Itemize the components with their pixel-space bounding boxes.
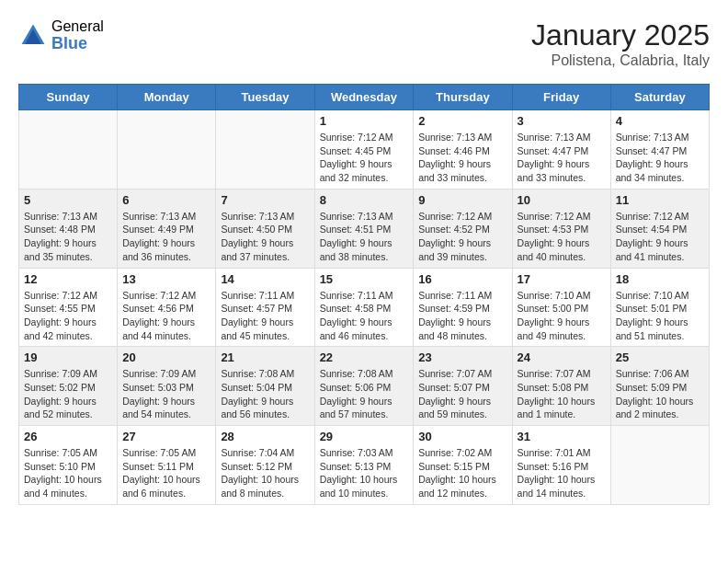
day-info: Sunrise: 7:10 AM Sunset: 5:00 PM Dayligh… — [518, 289, 606, 343]
weekday-header-sunday: Sunday — [19, 85, 118, 110]
month-year: January 2025 — [531, 18, 710, 52]
day-info: Sunrise: 7:13 AM Sunset: 4:47 PM Dayligh… — [518, 131, 606, 185]
day-cell: 8Sunrise: 7:13 AM Sunset: 4:51 PM Daylig… — [314, 189, 414, 268]
day-number: 22 — [320, 350, 409, 364]
logo-general: General — [51, 18, 104, 35]
day-info: Sunrise: 7:12 AM Sunset: 4:52 PM Dayligh… — [418, 210, 506, 264]
day-info: Sunrise: 7:13 AM Sunset: 4:47 PM Dayligh… — [616, 131, 704, 185]
day-info: Sunrise: 7:06 AM Sunset: 5:09 PM Dayligh… — [616, 367, 704, 421]
day-info: Sunrise: 7:01 AM Sunset: 5:16 PM Dayligh… — [518, 446, 606, 500]
day-cell: 1Sunrise: 7:12 AM Sunset: 4:45 PM Daylig… — [314, 110, 414, 190]
week-row-5: 26Sunrise: 7:05 AM Sunset: 5:10 PM Dayli… — [19, 426, 710, 505]
day-info: Sunrise: 7:07 AM Sunset: 5:07 PM Dayligh… — [418, 367, 506, 421]
day-info: Sunrise: 7:08 AM Sunset: 5:06 PM Dayligh… — [320, 367, 409, 421]
day-number: 20 — [122, 350, 210, 364]
day-number: 11 — [616, 193, 704, 207]
weekday-header-monday: Monday — [118, 85, 216, 110]
day-cell: 14Sunrise: 7:11 AM Sunset: 4:57 PM Dayli… — [216, 268, 314, 347]
day-info: Sunrise: 7:13 AM Sunset: 4:48 PM Dayligh… — [24, 210, 112, 264]
day-cell: 27Sunrise: 7:05 AM Sunset: 5:11 PM Dayli… — [118, 426, 216, 505]
day-number: 2 — [418, 114, 506, 128]
day-cell — [610, 426, 709, 505]
day-number: 23 — [418, 350, 506, 364]
day-cell: 19Sunrise: 7:09 AM Sunset: 5:02 PM Dayli… — [19, 347, 118, 426]
day-number: 10 — [518, 193, 606, 207]
day-info: Sunrise: 7:02 AM Sunset: 5:15 PM Dayligh… — [418, 446, 506, 500]
day-cell: 10Sunrise: 7:12 AM Sunset: 4:53 PM Dayli… — [512, 189, 610, 268]
day-cell: 16Sunrise: 7:11 AM Sunset: 4:59 PM Dayli… — [414, 268, 512, 347]
day-info: Sunrise: 7:12 AM Sunset: 4:55 PM Dayligh… — [24, 289, 112, 343]
day-info: Sunrise: 7:04 AM Sunset: 5:12 PM Dayligh… — [221, 446, 309, 500]
day-info: Sunrise: 7:05 AM Sunset: 5:11 PM Dayligh… — [122, 446, 210, 500]
week-row-2: 5Sunrise: 7:13 AM Sunset: 4:48 PM Daylig… — [19, 189, 710, 268]
day-info: Sunrise: 7:03 AM Sunset: 5:13 PM Dayligh… — [320, 446, 409, 500]
day-info: Sunrise: 7:12 AM Sunset: 4:45 PM Dayligh… — [320, 131, 409, 185]
day-info: Sunrise: 7:13 AM Sunset: 4:46 PM Dayligh… — [418, 131, 506, 185]
day-number: 27 — [122, 430, 210, 443]
day-cell: 31Sunrise: 7:01 AM Sunset: 5:16 PM Dayli… — [512, 426, 610, 505]
day-number: 18 — [616, 272, 704, 286]
week-row-3: 12Sunrise: 7:12 AM Sunset: 4:55 PM Dayli… — [19, 268, 710, 347]
day-number: 1 — [320, 114, 409, 128]
logo-text: General Blue — [51, 18, 104, 52]
day-number: 16 — [418, 272, 506, 286]
day-cell: 2Sunrise: 7:13 AM Sunset: 4:46 PM Daylig… — [414, 110, 512, 190]
day-cell: 24Sunrise: 7:07 AM Sunset: 5:08 PM Dayli… — [512, 347, 610, 426]
day-info: Sunrise: 7:11 AM Sunset: 4:57 PM Dayligh… — [221, 289, 309, 343]
day-number: 12 — [24, 272, 112, 286]
day-cell: 5Sunrise: 7:13 AM Sunset: 4:48 PM Daylig… — [19, 189, 118, 268]
day-info: Sunrise: 7:11 AM Sunset: 4:58 PM Dayligh… — [320, 289, 409, 343]
day-cell: 25Sunrise: 7:06 AM Sunset: 5:09 PM Dayli… — [610, 347, 709, 426]
day-info: Sunrise: 7:10 AM Sunset: 5:01 PM Dayligh… — [616, 289, 704, 343]
day-cell: 12Sunrise: 7:12 AM Sunset: 4:55 PM Dayli… — [19, 268, 118, 347]
day-number: 21 — [221, 350, 309, 364]
day-number: 3 — [518, 114, 606, 128]
day-number: 31 — [518, 430, 606, 443]
day-number: 29 — [320, 430, 409, 443]
day-number: 13 — [122, 272, 210, 286]
day-number: 8 — [320, 193, 409, 207]
week-row-1: 1Sunrise: 7:12 AM Sunset: 4:45 PM Daylig… — [19, 110, 710, 190]
day-number: 14 — [221, 272, 309, 286]
day-cell: 26Sunrise: 7:05 AM Sunset: 5:10 PM Dayli… — [19, 426, 118, 505]
day-info: Sunrise: 7:08 AM Sunset: 5:04 PM Dayligh… — [221, 367, 309, 421]
day-cell: 17Sunrise: 7:10 AM Sunset: 5:00 PM Dayli… — [512, 268, 610, 347]
location: Polistena, Calabria, Italy — [531, 52, 710, 69]
day-cell: 29Sunrise: 7:03 AM Sunset: 5:13 PM Dayli… — [314, 426, 414, 505]
day-cell — [19, 110, 118, 190]
weekday-header-saturday: Saturday — [610, 85, 709, 110]
day-number: 5 — [24, 193, 112, 207]
day-cell: 4Sunrise: 7:13 AM Sunset: 4:47 PM Daylig… — [610, 110, 709, 190]
day-cell: 3Sunrise: 7:13 AM Sunset: 4:47 PM Daylig… — [512, 110, 610, 190]
day-number: 6 — [122, 193, 210, 207]
page-header: General Blue January 2025 Polistena, Cal… — [18, 18, 710, 69]
logo-blue: Blue — [51, 35, 104, 53]
day-number: 28 — [221, 430, 309, 443]
day-info: Sunrise: 7:12 AM Sunset: 4:53 PM Dayligh… — [518, 210, 606, 264]
weekday-header-row: SundayMondayTuesdayWednesdayThursdayFrid… — [19, 85, 710, 110]
day-info: Sunrise: 7:12 AM Sunset: 4:54 PM Dayligh… — [616, 210, 704, 264]
day-info: Sunrise: 7:09 AM Sunset: 5:03 PM Dayligh… — [122, 367, 210, 421]
day-cell: 20Sunrise: 7:09 AM Sunset: 5:03 PM Dayli… — [118, 347, 216, 426]
day-number: 4 — [616, 114, 704, 128]
day-info: Sunrise: 7:12 AM Sunset: 4:56 PM Dayligh… — [122, 289, 210, 343]
calendar: SundayMondayTuesdayWednesdayThursdayFrid… — [18, 84, 710, 505]
logo-icon — [18, 21, 48, 51]
day-info: Sunrise: 7:13 AM Sunset: 4:49 PM Dayligh… — [122, 210, 210, 264]
day-number: 15 — [320, 272, 409, 286]
day-number: 19 — [24, 350, 112, 364]
day-cell: 18Sunrise: 7:10 AM Sunset: 5:01 PM Dayli… — [610, 268, 709, 347]
day-info: Sunrise: 7:07 AM Sunset: 5:08 PM Dayligh… — [518, 367, 606, 421]
day-info: Sunrise: 7:05 AM Sunset: 5:10 PM Dayligh… — [24, 446, 112, 500]
day-info: Sunrise: 7:09 AM Sunset: 5:02 PM Dayligh… — [24, 367, 112, 421]
weekday-header-thursday: Thursday — [414, 85, 512, 110]
day-cell: 30Sunrise: 7:02 AM Sunset: 5:15 PM Dayli… — [414, 426, 512, 505]
day-cell: 21Sunrise: 7:08 AM Sunset: 5:04 PM Dayli… — [216, 347, 314, 426]
day-cell: 9Sunrise: 7:12 AM Sunset: 4:52 PM Daylig… — [414, 189, 512, 268]
day-cell: 23Sunrise: 7:07 AM Sunset: 5:07 PM Dayli… — [414, 347, 512, 426]
day-info: Sunrise: 7:13 AM Sunset: 4:51 PM Dayligh… — [320, 210, 409, 264]
day-cell: 22Sunrise: 7:08 AM Sunset: 5:06 PM Dayli… — [314, 347, 414, 426]
day-cell — [118, 110, 216, 190]
day-number: 25 — [616, 350, 704, 364]
day-number: 7 — [221, 193, 309, 207]
